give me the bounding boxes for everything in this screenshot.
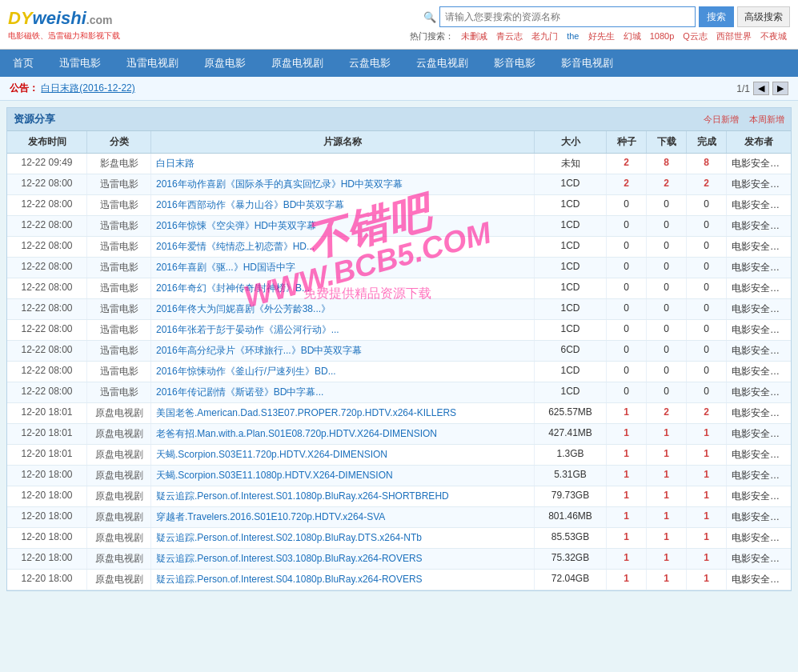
cell-size: 1CD (535, 278, 607, 298)
cell-complete: 2 (687, 174, 727, 194)
hot-item-1[interactable]: 青云志 (496, 31, 523, 41)
resource-link[interactable]: 天蝎.Scorpion.S03E11.1080p.HDTV.X264-DIMEN… (156, 470, 393, 481)
cell-publisher: 电影安全卫士 (727, 216, 791, 236)
prev-page-button[interactable]: ◀ (753, 82, 769, 95)
cell-publisher: 电影安全卫士 (727, 445, 791, 465)
cell-title: 2016年高分纪录片《环球旅行...》BD中英双字幕 (151, 341, 535, 361)
cell-publisher: 电影安全卫士 (727, 403, 791, 423)
col-download: 下载 (647, 131, 687, 153)
table-row: 12-22 08:00 迅雷电影 2016年佟大为闫妮喜剧《外公芳龄38...》… (7, 299, 791, 320)
resource-link[interactable]: 2016年奇幻《封神传奇/封神榜》B... (156, 282, 310, 294)
today-new-link[interactable]: 今日新增 (704, 114, 739, 124)
nav-bluray-tv[interactable]: 原盘电视剧 (259, 50, 336, 77)
resource-link[interactable]: 疑云追踪.Person.of.Interest.S03.1080p.BluRay… (156, 553, 423, 564)
resource-link[interactable]: 疑云追踪.Person.of.Interest.S02.1080p.BluRay… (156, 532, 422, 543)
cell-time: 12-22 08:00 (7, 320, 87, 340)
search-icon: 🔍 (423, 11, 436, 23)
nav-bluray-movie[interactable]: 原盘电影 (191, 50, 259, 77)
resource-link[interactable]: 老爸有招.Man.with.a.Plan.S01E08.720p.HDTV.X2… (156, 428, 437, 439)
nav-media-tv[interactable]: 影音电视剧 (548, 50, 626, 77)
nav-xunlei-movie[interactable]: 迅雷电影 (46, 50, 114, 77)
cell-size: 1CD (535, 216, 607, 236)
advanced-search-button[interactable]: 高级搜索 (737, 6, 790, 27)
nav-home[interactable]: 首页 (0, 50, 46, 77)
resource-link[interactable]: 美国老爸.American.Dad.S13E07.PROPER.720p.HDT… (156, 407, 456, 418)
hot-search-area: 热门搜索： 未删减 青云志 老九门 the 好先生 幻城 1080p Q云志 西… (410, 30, 790, 42)
cell-cat: 迅雷电影 (87, 341, 151, 361)
nav-cloud-tv[interactable]: 云盘电视剧 (403, 50, 481, 77)
table-row: 12-22 08:00 迅雷电影 2016年传记剧情《斯诺登》BD中字幕... … (7, 382, 791, 403)
cell-download: 0 (647, 341, 687, 361)
cell-publisher: 电影安全卫士 (727, 528, 791, 548)
cell-seed: 1 (607, 486, 647, 506)
cell-seed: 1 (607, 570, 647, 590)
search-row: 🔍 搜索 高级搜索 (423, 6, 790, 27)
table-row: 12-20 18:00 原盘电视剧 疑云追踪.Person.of.Interes… (7, 486, 791, 507)
cell-title: 疑云追踪.Person.of.Interest.S04.1080p.BluRay… (151, 570, 535, 590)
cell-time: 12-20 18:00 (7, 486, 87, 506)
cell-seed: 2 (607, 154, 647, 174)
table-row: 12-20 18:00 原盘电视剧 疑云追踪.Person.of.Interes… (7, 570, 791, 590)
nav-media-movie[interactable]: 影音电影 (481, 50, 548, 77)
cell-seed: 0 (607, 320, 647, 340)
hot-item-2[interactable]: 老九门 (531, 31, 558, 41)
resource-link[interactable]: 2016年高分纪录片《环球旅行...》BD中英双字幕 (156, 345, 362, 356)
resource-link[interactable]: 2016年喜剧《驱...》HD国语中字 (156, 262, 295, 273)
cell-title: 疑云追踪.Person.of.Interest.S01.1080p.BluRay… (151, 486, 535, 506)
cell-title: 穿越者.Travelers.2016.S01E10.720p.HDTV.x264… (151, 507, 535, 527)
cell-title: 2016年爱情《纯情恋上初恋蕾》HD... (151, 237, 535, 257)
cell-publisher: 电影安全卫士 (727, 195, 791, 215)
pagination-area: 1/1 ◀ ▶ (736, 82, 788, 95)
week-new-link[interactable]: 本周新增 (749, 114, 784, 124)
hot-item-3[interactable]: the (567, 31, 579, 41)
nav-cloud-movie[interactable]: 云盘电影 (336, 50, 403, 77)
hot-item-7[interactable]: Q云志 (683, 31, 708, 41)
announcement-link[interactable]: 白日末路(2016-12-22) (41, 82, 134, 94)
resource-link[interactable]: 2016年动作喜剧《国际杀手的真实回忆录》HD中英双字幕 (156, 178, 403, 190)
resource-link[interactable]: 疑云追踪.Person.of.Interest.S04.1080p.BluRay… (156, 574, 423, 585)
cell-publisher: 电影安全卫士 (727, 549, 791, 569)
col-size: 大小 (535, 131, 607, 153)
hot-item-4[interactable]: 好先生 (588, 31, 615, 41)
resource-link[interactable]: 白日末路 (156, 158, 194, 169)
cell-complete: 1 (687, 445, 727, 465)
hot-item-5[interactable]: 幻城 (624, 31, 641, 41)
cell-cat: 迅雷电影 (87, 299, 151, 319)
cell-seed: 0 (607, 362, 647, 382)
cell-cat: 原盘电视剧 (87, 486, 151, 506)
cell-time: 12-20 18:01 (7, 424, 87, 444)
resource-link[interactable]: 2016年惊悚《空尖弹》HD中英双字幕 (156, 220, 316, 231)
cell-cat: 迅雷电影 (87, 320, 151, 340)
resource-link[interactable]: 2016年爱情《纯情恋上初恋蕾》HD... (156, 241, 315, 252)
resource-link[interactable]: 2016年惊悚动作《釜山行/尸速列生》BD... (156, 366, 336, 377)
hot-item-0[interactable]: 未删减 (461, 31, 487, 41)
cell-complete: 0 (687, 299, 727, 319)
cell-time: 12-22 08:00 (7, 174, 87, 194)
resource-link[interactable]: 2016年张若于彭于晏动作《湄公河行动》... (156, 324, 339, 335)
resource-link[interactable]: 穿越者.Travelers.2016.S01E10.720p.HDTV.x264… (156, 511, 385, 522)
next-page-button[interactable]: ▶ (772, 82, 788, 95)
announcement-bar: 公告： 白日末路(2016-12-22) 1/1 ◀ ▶ (0, 77, 798, 101)
resource-link[interactable]: 2016年佟大为闫妮喜剧《外公芳龄38...》 (156, 303, 331, 314)
cell-seed: 2 (607, 174, 647, 194)
hot-item-8[interactable]: 西部世界 (716, 31, 752, 41)
cell-time: 12-22 08:00 (7, 341, 87, 361)
cell-complete: 0 (687, 382, 727, 402)
resource-link[interactable]: 天蝎.Scorpion.S03E11.720p.HDTV.X264-DIMENS… (156, 449, 387, 460)
cell-complete: 0 (687, 258, 727, 278)
resource-link[interactable]: 2016年传记剧情《斯诺登》BD中字幕... (156, 386, 323, 398)
cell-cat: 原盘电视剧 (87, 549, 151, 569)
nav-xunlei-tv[interactable]: 迅雷电视剧 (114, 50, 191, 77)
hot-item-6[interactable]: 1080p (650, 31, 675, 41)
col-publisher: 发布者 (727, 131, 791, 153)
cell-size: 427.41MB (535, 424, 607, 444)
cell-time: 12-20 18:00 (7, 507, 87, 527)
search-button[interactable]: 搜索 (699, 6, 734, 27)
resource-link[interactable]: 疑云追踪.Person.of.Interest.S01.1080p.BluRay… (156, 490, 449, 502)
resource-link[interactable]: 2016年西部动作《暴力山谷》BD中英双字幕 (156, 199, 344, 210)
cell-cat: 迅雷电影 (87, 258, 151, 278)
cell-title: 2016年西部动作《暴力山谷》BD中英双字幕 (151, 195, 535, 215)
cell-cat: 迅雷电影 (87, 216, 151, 236)
search-input[interactable] (439, 6, 696, 27)
hot-item-9[interactable]: 不夜城 (760, 31, 787, 41)
